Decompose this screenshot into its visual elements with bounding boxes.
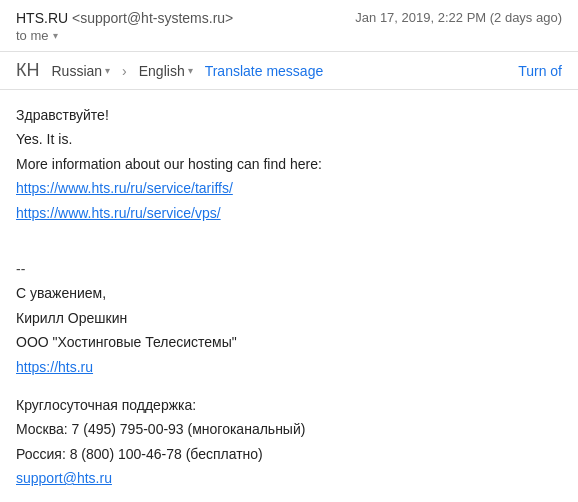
chevron-down-icon[interactable]: ▾ xyxy=(53,30,58,41)
sig-line3: ООО "Хостинговые Телесистемы" xyxy=(16,331,562,353)
email-to-row: to me ▾ xyxy=(16,28,562,43)
spacer4 xyxy=(16,491,562,502)
sender-name: HTS.RU xyxy=(16,10,68,26)
source-lang-button[interactable]: Russian ▾ xyxy=(47,61,114,81)
greeting-line: Здравствуйте! xyxy=(16,104,562,126)
source-lang-dropdown-arrow: ▾ xyxy=(105,65,110,76)
body-line1: Yes. It is. xyxy=(16,128,562,150)
arrow-separator: › xyxy=(122,63,127,79)
moscow-line: Москва: 7 (495) 795-00-93 (многоканальны… xyxy=(16,418,562,440)
sender-email: <support@ht-systems.ru> xyxy=(72,10,233,26)
email-from: HTS.RU <support@ht-systems.ru> xyxy=(16,10,233,26)
support-email-link[interactable]: support@hts.ru xyxy=(16,470,112,486)
tariffs-link[interactable]: https://www.hts.ru/ru/service/tariffs/ xyxy=(16,180,233,196)
translate-message-link[interactable]: Translate message xyxy=(205,63,324,79)
email-date: Jan 17, 2019, 2:22 PM (2 days ago) xyxy=(355,10,562,25)
spacer1 xyxy=(16,226,562,240)
russia-line: Россия: 8 (800) 100-46-78 (бесплатно) xyxy=(16,443,562,465)
spacer2 xyxy=(16,240,562,254)
source-lang-label: Russian xyxy=(51,63,102,79)
body-line2: More information about our hosting can f… xyxy=(16,153,562,175)
target-lang-label: English xyxy=(139,63,185,79)
to-label: to me xyxy=(16,28,49,43)
body-link1-container: https://www.hts.ru/ru/service/tariffs/ xyxy=(16,177,562,199)
translate-icon: КН xyxy=(16,60,39,81)
sig-line1: С уважением, xyxy=(16,282,562,304)
email-header: HTS.RU <support@ht-systems.ru> Jan 17, 2… xyxy=(0,0,578,52)
support-email-container: support@hts.ru xyxy=(16,467,562,489)
from-row: HTS.RU <support@ht-systems.ru> Jan 17, 2… xyxy=(16,10,562,26)
body-link2-container: https://www.hts.ru/ru/service/vps/ xyxy=(16,202,562,224)
translate-bar: КН Russian ▾ › English ▾ Translate messa… xyxy=(0,52,578,90)
sig-line2: Кирилл Орешкин xyxy=(16,307,562,329)
turn-off-button[interactable]: Turn of xyxy=(518,63,562,79)
hts-link[interactable]: https://hts.ru xyxy=(16,359,93,375)
spacer3 xyxy=(16,380,562,394)
target-lang-button[interactable]: English ▾ xyxy=(135,61,197,81)
support-header: Круглосуточная поддержка: xyxy=(16,394,562,416)
target-lang-dropdown-arrow: ▾ xyxy=(188,65,193,76)
email-body: Здравствуйте! Yes. It is. More informati… xyxy=(0,90,578,502)
sig-separator: -- xyxy=(16,258,562,280)
sig-link-container: https://hts.ru xyxy=(16,356,562,378)
vps-link[interactable]: https://www.hts.ru/ru/service/vps/ xyxy=(16,205,221,221)
